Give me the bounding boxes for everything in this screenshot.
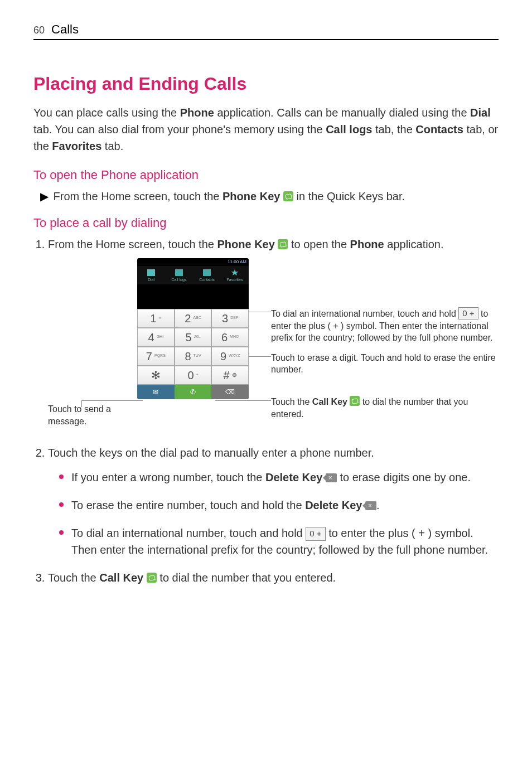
key-star[interactable]: ✻ bbox=[137, 366, 175, 385]
call-icon: ✆ bbox=[190, 387, 196, 397]
key-hash[interactable]: #⚙ bbox=[211, 366, 249, 385]
key-7[interactable]: 7PQRS bbox=[137, 347, 175, 366]
key-2[interactable]: 2ABC bbox=[175, 309, 212, 328]
call-button[interactable]: ✆ bbox=[175, 385, 212, 399]
zero-plus-key-icon: 0 + bbox=[306, 527, 325, 541]
step-2-bullet-1: If you enter a wrong number, touch the D… bbox=[59, 469, 499, 486]
section-name: Calls bbox=[51, 22, 79, 37]
dialpad-icon bbox=[147, 269, 155, 276]
step-2-bullet-2: To erase the entire number, touch and ho… bbox=[59, 497, 499, 514]
key-1[interactable]: 1∞ bbox=[137, 309, 175, 328]
dial-pad: 1∞ 2ABC 3DEF 4GHI 5JKL 6MNO 7PQRS 8TUV 9… bbox=[137, 309, 249, 385]
phone-screenshot: 11:00 AM Dial Call logs Contacts Favorit… bbox=[137, 258, 249, 399]
key-5[interactable]: 5JKL bbox=[175, 328, 212, 347]
key-3[interactable]: 3DEF bbox=[211, 309, 249, 328]
key-4[interactable]: 4GHI bbox=[137, 328, 175, 347]
backspace-icon: ⌫ bbox=[225, 387, 235, 397]
call-key-icon bbox=[147, 573, 157, 583]
message-icon: ✉ bbox=[153, 387, 158, 397]
key-0[interactable]: 0+ bbox=[175, 366, 212, 385]
phone-key-icon bbox=[278, 239, 288, 249]
tab-favorites[interactable]: Favorites bbox=[221, 266, 249, 284]
star-icon bbox=[231, 269, 239, 276]
dialer-figure: Touch to send a message. 11:00 AM Dial C… bbox=[48, 258, 499, 428]
delete-key-icon bbox=[365, 501, 376, 510]
step-1: From the Home screen, touch the Phone Ke… bbox=[48, 236, 499, 428]
contacts-icon bbox=[203, 269, 211, 276]
logs-icon bbox=[175, 269, 183, 276]
delete-button[interactable]: ⌫ bbox=[211, 385, 249, 399]
status-bar: 11:00 AM bbox=[137, 258, 249, 266]
open-app-instruction: ▶ From the Home screen, touch the Phone … bbox=[33, 188, 499, 205]
key-8[interactable]: 8TUV bbox=[175, 347, 212, 366]
key-6[interactable]: 6MNO bbox=[211, 328, 249, 347]
call-key-icon bbox=[350, 396, 360, 406]
number-display bbox=[137, 284, 249, 309]
tab-call-logs[interactable]: Call logs bbox=[165, 266, 193, 284]
page-title: Placing and Ending Calls bbox=[33, 74, 499, 94]
callout-call-key: Touch the Call Key to dial the number th… bbox=[271, 396, 499, 420]
callout-send-message: Touch to send a message. bbox=[48, 404, 111, 426]
arrow-icon: ▶ bbox=[40, 188, 50, 205]
phone-key-icon bbox=[283, 191, 293, 201]
message-button[interactable]: ✉ bbox=[137, 385, 175, 399]
subheading-open-app: To open the Phone application bbox=[33, 168, 499, 182]
intro-paragraph: You can place calls using the Phone appl… bbox=[33, 104, 499, 154]
tab-contacts[interactable]: Contacts bbox=[193, 266, 221, 284]
step-2: Touch the keys on the dial pad to manual… bbox=[48, 444, 499, 558]
zero-plus-key-icon: 0 + bbox=[458, 307, 478, 319]
callout-erase: Touch to erase a digit. Touch and hold t… bbox=[271, 352, 499, 376]
page-number: 60 bbox=[33, 25, 45, 36]
page-header: 60 Calls bbox=[33, 22, 499, 40]
subheading-dialing: To place a call by dialing bbox=[33, 216, 499, 230]
delete-key-icon bbox=[326, 473, 337, 482]
step-3: Touch the Call Key to dial the number th… bbox=[48, 569, 499, 586]
callout-international: To dial an international number, touch a… bbox=[271, 307, 499, 344]
key-9[interactable]: 9WXYZ bbox=[211, 347, 249, 366]
step-2-bullet-3: To dial an international number, touch a… bbox=[59, 525, 499, 558]
tab-dial[interactable]: Dial bbox=[137, 266, 165, 284]
